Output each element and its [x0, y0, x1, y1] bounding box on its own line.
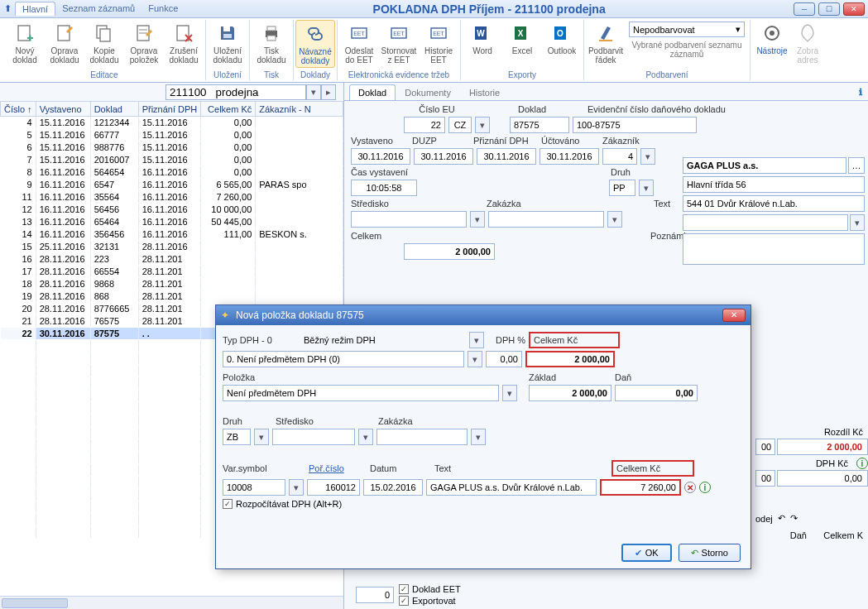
maximize-button[interactable]: ☐: [818, 2, 840, 16]
table-row[interactable]: 1728.11.20166655428.11.201: [1, 266, 343, 278]
inp-dph-pct[interactable]: 0,00: [486, 351, 522, 367]
rb-kopie-dokladu[interactable]: Kopie dokladu: [84, 20, 124, 66]
col-vystaveno[interactable]: Vystaveno: [36, 102, 90, 117]
inp-doklad[interactable]: 87575: [510, 117, 569, 133]
podbarveni-combo[interactable]: Nepodbarvovat▾: [629, 22, 745, 37]
rb-historie-eet[interactable]: EETHistorie EET: [419, 20, 458, 66]
table-row[interactable]: 916.11.2016654716.11.20166 565,00PARAS s…: [1, 179, 343, 191]
dd-typ-dph[interactable]: ▾: [468, 351, 482, 367]
dd-var[interactable]: ▾: [289, 479, 304, 496]
dd-cz[interactable]: ▾: [475, 117, 490, 133]
table-row[interactable]: 1628.11.201622328.11.201: [1, 253, 343, 266]
storno-button[interactable]: ↶Storno: [679, 544, 741, 562]
inp-text2[interactable]: GAGA PLUS a.s. Dvůr Králové n.Lab.: [426, 479, 597, 496]
rb-oprava-polozek[interactable]: Oprava položek: [124, 20, 164, 66]
rb-outlook[interactable]: OOutlook: [542, 20, 582, 57]
delete-row-icon[interactable]: ✕: [684, 482, 696, 493]
rb-zruseni-dokladu[interactable]: Zrušení dokladu: [164, 20, 204, 66]
chk-rozpocitat[interactable]: ✓Rozpočítávat DPH (Alt+R): [223, 499, 342, 509]
ok-button[interactable]: ✔OK: [621, 544, 672, 562]
inp-stredisko2[interactable]: [272, 429, 355, 445]
inp-datum[interactable]: 15.02.2016: [363, 479, 423, 496]
rb-excel[interactable]: XExcel: [502, 20, 542, 57]
dd-stredisko[interactable]: ▾: [470, 211, 485, 228]
rb-navazne-doklady[interactable]: Návazné doklady: [295, 20, 335, 68]
left-filter-input[interactable]: [165, 84, 306, 100]
dd-polozka[interactable]: ▾: [502, 385, 517, 401]
inp-cz[interactable]: CZ: [448, 117, 472, 133]
table-row[interactable]: 1525.11.20163213128.11.2016: [1, 241, 343, 253]
rb-tisk[interactable]: Tisk dokladu: [252, 20, 291, 66]
cust-more-button[interactable]: …: [848, 157, 865, 174]
dd-text[interactable]: ▾: [850, 214, 865, 231]
inp-druh2[interactable]: ZB: [223, 429, 251, 445]
dialog-close-button[interactable]: ✕: [722, 309, 746, 322]
table-row[interactable]: 715.11.2016201600715.11.20160,00: [1, 154, 343, 166]
info-row-icon[interactable]: i: [699, 482, 711, 493]
inp-stredisko[interactable]: [351, 211, 467, 228]
inp-dan[interactable]: 0,00: [615, 385, 698, 401]
inp-priznani[interactable]: 30.11.2016: [477, 148, 536, 165]
close-button[interactable]: ✕: [843, 2, 865, 16]
table-row[interactable]: 1316.11.20166546416.11.201650 445,00: [1, 216, 343, 228]
inp-por[interactable]: 160012: [307, 479, 360, 496]
col-celkem[interactable]: Celkem Kč: [201, 102, 256, 117]
dd-druh2[interactable]: ▾: [254, 429, 269, 445]
rb-word[interactable]: WWord: [463, 20, 502, 57]
inp-duzp[interactable]: 30.11.2016: [414, 148, 473, 165]
menu-hlavni[interactable]: Hlavní: [15, 2, 55, 16]
inp-poznamka[interactable]: [683, 233, 865, 265]
dd-zakaznik[interactable]: ▾: [640, 148, 655, 165]
inp-uctovano[interactable]: 30.11.2016: [540, 148, 599, 165]
combo-typ-dph[interactable]: 0. Není předmětem DPH (0): [223, 351, 464, 367]
tab-dokumenty[interactable]: Dokumenty: [396, 84, 460, 100]
inp-celkem2[interactable]: 7 260,00: [600, 479, 681, 496]
table-row[interactable]: 1416.11.201635645616.11.2016111,00BESKON…: [1, 228, 343, 241]
rb-odeslat-eet[interactable]: EETOdeslat do EET: [339, 20, 379, 66]
col-priznani[interactable]: Přiznání DPH: [138, 102, 201, 117]
table-row[interactable]: 1828.11.2016986828.11.201: [1, 278, 343, 290]
col-doklad[interactable]: Doklad: [90, 102, 138, 117]
rb-stornovat-eet[interactable]: EETStornovat z EET: [379, 20, 419, 66]
link-por-cislo[interactable]: Poř.číslo: [309, 463, 367, 473]
dd-druh[interactable]: ▾: [639, 180, 654, 196]
rb-oprava-dokladu[interactable]: Oprava dokladu: [45, 20, 84, 66]
rb-nastroje[interactable]: Nástroje: [752, 20, 792, 57]
col-cislo[interactable]: Číslo ↑: [1, 102, 36, 117]
tab-historie[interactable]: Historie: [460, 84, 509, 100]
info-green-icon[interactable]: i: [856, 458, 868, 469]
minimize-button[interactable]: ─: [794, 2, 815, 16]
table-row[interactable]: 515.11.20166677715.11.20160,00: [1, 129, 343, 141]
rb-novy-doklad[interactable]: Nový doklad: [5, 20, 45, 66]
rb-zobrazit[interactable]: Zobra adres: [792, 20, 823, 66]
info-icon[interactable]: ℹ: [850, 84, 868, 100]
dd-stredisko2[interactable]: ▾: [358, 429, 373, 445]
table-row[interactable]: 415.11.2016121234415.11.20160,00: [1, 117, 343, 129]
inp-cislo-eu[interactable]: 22: [404, 117, 445, 133]
inp-vystaveno[interactable]: 30.11.2016: [351, 148, 410, 165]
dd-zakazka[interactable]: ▾: [607, 211, 622, 228]
redo-icon[interactable]: ↷: [790, 513, 798, 524]
inp-evid[interactable]: 100-87575: [573, 117, 697, 133]
tab-doklad[interactable]: Doklad: [349, 84, 396, 100]
inp-polozka[interactable]: Není předmětem DPH: [223, 385, 499, 401]
inp-zakazka[interactable]: [488, 211, 604, 228]
inp-zakaznik[interactable]: 4: [602, 148, 637, 165]
chk-export[interactable]: ✓Exportovat: [399, 596, 461, 606]
left-filter-go[interactable]: ▸: [321, 84, 336, 100]
table-row[interactable]: 816.11.201656465416.11.20160,00: [1, 166, 343, 179]
inp-var[interactable]: 10008: [223, 479, 285, 496]
menu-seznam[interactable]: Seznam záznamů: [55, 2, 141, 16]
inp-zaklad[interactable]: 2 000,00: [529, 385, 611, 401]
menu-funkce[interactable]: Funkce: [141, 2, 185, 16]
inp-celkem-kc[interactable]: 2 000,00: [525, 351, 615, 367]
inp-druh[interactable]: PP: [609, 180, 635, 196]
rb-podbarvit[interactable]: Podbarvit řádek: [586, 20, 626, 66]
footer-zero[interactable]: 0: [356, 587, 394, 603]
grid-hscroll[interactable]: [0, 596, 343, 609]
table-row[interactable]: 615.11.201698877615.11.20160,00: [1, 141, 343, 154]
chk-eet[interactable]: ✓Doklad EET: [399, 584, 461, 594]
table-row[interactable]: 1116.11.20163556416.11.20167 260,00: [1, 191, 343, 204]
inp-zakazka2[interactable]: [376, 429, 468, 445]
table-row[interactable]: 1216.11.20165645616.11.201610 000,00: [1, 204, 343, 216]
